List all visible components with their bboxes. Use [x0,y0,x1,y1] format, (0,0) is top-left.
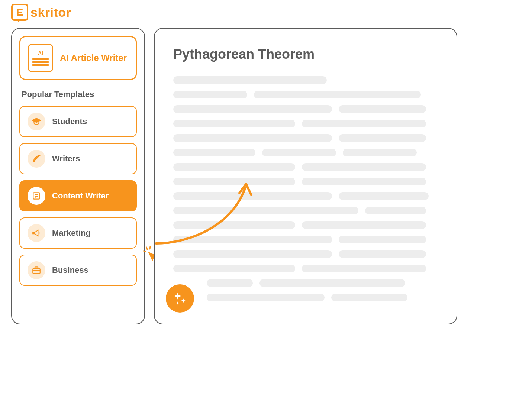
svg-line-7 [144,251,146,252]
ai-document-icon: AI [28,44,53,72]
template-label: Writers [52,154,80,164]
template-marketing[interactable]: Marketing [19,217,137,249]
feather-icon [28,150,45,168]
popular-templates-heading: Popular Templates [19,90,137,99]
template-label: Business [52,265,88,275]
template-content-writer[interactable]: Content Writer [19,180,137,211]
ai-writer-title: AI Article Writer [60,53,127,63]
template-students[interactable]: Students [19,106,137,137]
template-writers[interactable]: Writers [19,143,137,174]
logo-e-icon: E [11,4,28,21]
template-label: Marketing [52,228,91,238]
svg-rect-4 [33,269,40,274]
sidebar-panel: AI AI Article Writer Popular Templates [11,28,145,324]
template-business[interactable]: Business [19,255,137,286]
ai-sparkle-badge[interactable] [166,284,194,313]
template-label: Students [52,117,87,126]
ai-icon-label: AI [38,50,43,56]
ai-article-writer-card[interactable]: AI AI Article Writer [19,36,137,80]
content-placeholder-lines [173,76,438,301]
logo-text: skritor [30,5,71,20]
template-list: Students Writers [19,106,137,286]
logo-letter: E [16,6,23,18]
document-lines-icon [32,58,49,66]
svg-line-8 [150,246,150,249]
megaphone-icon [28,224,45,242]
document-title: Pythagorean Theorem [173,46,438,62]
template-label: Content Writer [52,191,109,201]
content-panel: Pythagorean Theorem [154,28,457,324]
briefcase-icon [28,261,45,279]
brand-logo: E skritor [11,4,71,21]
svg-line-6 [146,247,147,249]
document-icon [28,187,45,205]
sparkle-icon [172,290,188,307]
graduation-cap-icon [28,113,45,130]
